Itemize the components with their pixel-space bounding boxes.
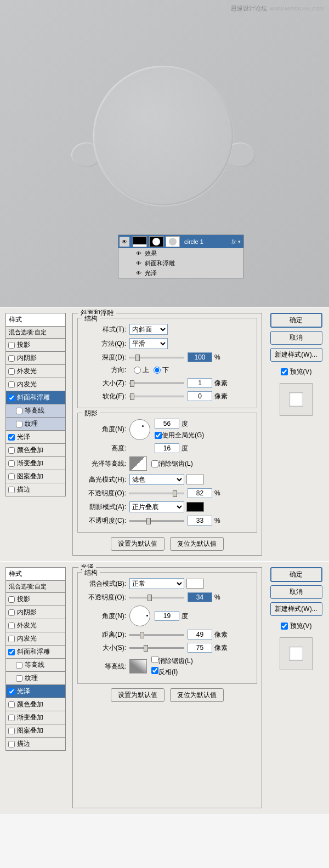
style-inner-glow[interactable]: 内发光 [5,378,66,391]
size-input[interactable] [188,378,212,388]
style-satin[interactable]: 光泽 [5,431,66,444]
preview-check[interactable] [281,368,288,375]
fx-triangle-icon[interactable]: ▾ [238,239,241,244]
structure-group: 结构 样式(T):内斜面 方法(Q):平滑 深度(D):% 方向:上下 大小(Z… [77,318,257,408]
bevel-settings: 斜面和浮雕 结构 样式(T):内斜面 方法(Q):平滑 深度(D):% 方向:上… [72,313,262,556]
preview-swatch [280,383,313,416]
reset-default-button[interactable]: 复位为默认值 [170,688,224,702]
angle-wheel[interactable] [129,419,150,440]
canvas-preview: 思缘设计论坛WWW.MISSYUAN.COM 👁 circle 1 fx ▾ 👁… [0,0,329,307]
blend-options[interactable]: 混合选项:自定 [5,327,66,339]
depth-input[interactable] [188,352,212,362]
ok-button[interactable]: 确定 [270,567,322,582]
styles-header: 样式 [5,313,66,327]
shape-circle [93,66,233,205]
styles-list-2: 样式 混合选项:自定 投影 内阴影 外发光 内发光 斜面和浮雕 等高线 纹理 光… [5,567,66,808]
layer-style-dialog-bevel: 样式 混合选项:自定 投影 内阴影 外发光 内发光 斜面和浮雕 等高线 纹理 光… [0,307,329,561]
satin-structure-group: 结构 混合模式(B):正常 不透明度(O):% 角度(N):度 距离(D):像素… [77,572,257,684]
style-color-overlay[interactable]: 颜色叠加 [5,444,66,457]
layer-name[interactable]: circle 1 [184,238,231,245]
satin-size-input[interactable] [188,643,212,653]
layer-panel: 👁 circle 1 fx ▾ 👁效果 👁斜面和浮雕 👁光泽 [118,235,244,278]
style-color-overlay[interactable]: 颜色叠加 [5,698,66,711]
preview-swatch [280,637,313,670]
effect-satin-row[interactable]: 👁光泽 [118,268,243,278]
style-stroke[interactable]: 描边 [5,483,66,496]
satin-color[interactable] [186,579,204,589]
layer-style-dialog-satin: 样式 混合选项:自定 投影 内阴影 外发光 内发光 斜面和浮雕 等高线 纹理 光… [0,561,329,814]
gloss-contour[interactable] [129,456,147,471]
effect-bevel-row[interactable]: 👁斜面和浮雕 [118,258,243,268]
set-default-button[interactable]: 设置为默认值 [111,537,164,551]
ok-button[interactable]: 确定 [270,313,322,328]
style-contour[interactable]: 等高线 [5,404,66,418]
layer-row[interactable]: 👁 circle 1 fx ▾ [118,235,243,248]
style-outer-glow[interactable]: 外发光 [5,619,66,632]
effects-row[interactable]: 👁效果 [118,248,243,258]
style-inner-glow[interactable]: 内发光 [5,632,66,646]
highlight-opacity-slider[interactable] [129,493,184,494]
style-drop-shadow[interactable]: 投影 [5,339,66,352]
shadow-mode-select[interactable]: 正片叠底 [129,501,184,512]
highlight-mode-select[interactable]: 滤色 [129,474,184,485]
style-pattern-overlay[interactable]: 图案叠加 [5,724,66,738]
cancel-button[interactable]: 取消 [270,331,322,345]
satin-angle-wheel[interactable] [129,606,150,626]
style-gradient-overlay[interactable]: 渐变叠加 [5,711,66,724]
vector-thumb [166,236,180,247]
satin-size-slider[interactable] [129,647,184,649]
satin-opacity-slider[interactable] [129,597,184,598]
anti-alias-check[interactable] [151,460,158,467]
shadow-opacity-slider[interactable] [129,520,184,522]
style-inner-shadow[interactable]: 内阴影 [5,352,66,365]
layer-thumb [133,236,147,247]
cancel-button[interactable]: 取消 [270,585,322,599]
watermark: 思缘设计论坛WWW.MISSYUAN.COM [231,4,324,13]
style-gradient-overlay[interactable]: 渐变叠加 [5,457,66,470]
soften-slider[interactable] [129,396,184,397]
satin-angle-input[interactable] [155,611,179,621]
shadow-color[interactable] [186,502,204,512]
satin-distance-input[interactable] [188,630,212,639]
style-outer-glow[interactable]: 外发光 [5,365,66,378]
method-select[interactable]: 平滑 [129,338,168,349]
shadow-group: 阴影 角度(N): 度 使用全局光(G) 高度:度 光泽等高线:消除锯齿(L) … [77,413,257,533]
satin-contour[interactable] [129,659,147,673]
new-style-button[interactable]: 新建样式(W)... [270,348,322,362]
depth-slider[interactable] [129,357,184,358]
style-contour[interactable]: 等高线 [5,659,66,672]
dialog-actions-2: 确定 取消 新建样式(W)... 预览(V) [269,567,324,808]
blend-mode-select[interactable]: 正常 [129,578,184,589]
satin-anti-check[interactable] [151,656,158,663]
style-texture[interactable]: 纹理 [5,672,66,685]
style-select[interactable]: 内斜面 [129,324,168,335]
soften-input[interactable] [188,391,212,401]
style-bevel[interactable]: 斜面和浮雕 [5,646,66,659]
size-slider[interactable] [129,382,184,384]
style-pattern-overlay[interactable]: 图案叠加 [5,470,66,483]
style-bevel[interactable]: 斜面和浮雕 [5,391,66,404]
reset-default-button[interactable]: 复位为默认值 [170,537,224,551]
visibility-icon[interactable]: 👁 [120,237,129,247]
satin-distance-slider[interactable] [129,634,184,636]
style-satin[interactable]: 光泽 [5,685,66,698]
invert-check[interactable] [151,667,158,674]
highlight-opacity-input[interactable] [188,488,212,498]
global-light-check[interactable] [155,432,162,439]
style-drop-shadow[interactable]: 投影 [5,593,66,606]
dir-down[interactable] [154,367,161,374]
style-inner-shadow[interactable]: 内阴影 [5,606,66,619]
set-default-button[interactable]: 设置为默认值 [111,688,164,702]
style-texture[interactable]: 纹理 [5,418,66,431]
dir-up[interactable] [134,367,141,374]
angle-input[interactable] [155,419,179,429]
shadow-opacity-input[interactable] [188,516,212,526]
styles-list: 样式 混合选项:自定 投影 内阴影 外发光 内发光 斜面和浮雕 等高线 纹理 光… [5,313,66,556]
fx-badge: fx [231,239,236,245]
altitude-input[interactable] [155,443,179,453]
new-style-button[interactable]: 新建样式(W)... [270,602,322,616]
preview-check[interactable] [281,623,288,630]
satin-opacity-input[interactable] [188,592,212,602]
style-stroke[interactable]: 描边 [5,738,66,751]
highlight-color[interactable] [186,475,204,484]
